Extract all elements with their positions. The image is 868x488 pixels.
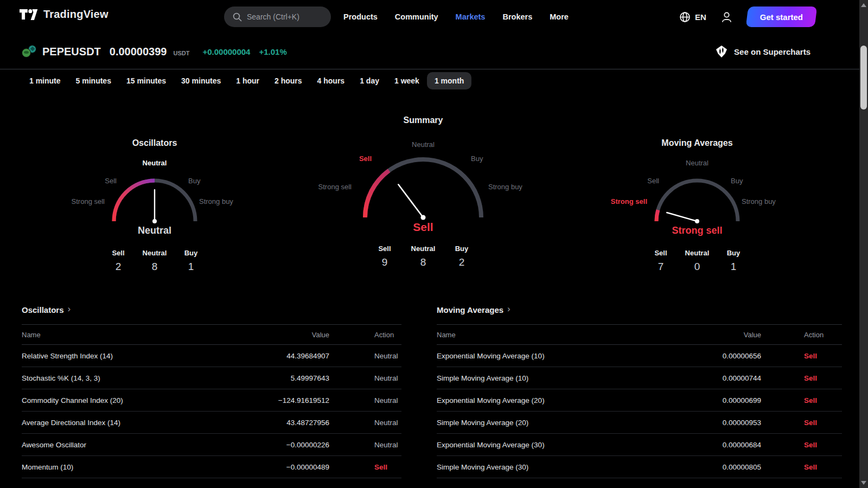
pepeusdt-coin-icon — [22, 45, 37, 58]
scrollbar-up-arrow[interactable] — [861, 3, 866, 7]
chevron-right-icon: › — [68, 304, 71, 314]
tab-2-hours[interactable]: 2 hours — [267, 72, 310, 89]
table-row: Relative Strength Index (14)44.39684907N… — [22, 345, 401, 367]
scale-neutral: Neutral — [610, 159, 784, 167]
table-row: Exponential Moving Average (30)0.0000068… — [437, 434, 842, 456]
symbol-currency: USDT — [173, 50, 189, 56]
symbol-price: 0.00000399 — [110, 46, 167, 58]
table-row: Momentum (10)−0.00000489Sell — [22, 456, 401, 478]
count-neutral-value: 0 — [679, 261, 716, 273]
chevron-right-icon: › — [507, 304, 510, 314]
table-row: Simple Moving Average (20)0.00000953Sell — [437, 412, 842, 434]
summary-result: Sell — [315, 221, 532, 234]
supercharts-icon — [714, 45, 729, 58]
count-sell-value: 9 — [366, 256, 404, 268]
tab-1-minute[interactable]: 1 minute — [22, 72, 68, 89]
interval-tabs: 1 minute 5 minutes 15 minutes 30 minutes… — [22, 72, 471, 89]
count-neutral-value: 8 — [137, 261, 173, 273]
tab-4-hours[interactable]: 4 hours — [310, 72, 353, 89]
gauge-needle — [667, 213, 697, 221]
tab-1-month[interactable]: 1 month — [427, 72, 471, 89]
nav-link-products[interactable]: Products — [343, 12, 378, 21]
technical-analysis-page: TradingView Search (Ctrl+K) Products Com… — [0, 0, 868, 488]
header-action: Action — [329, 331, 401, 339]
logo-text: TradingView — [43, 8, 108, 21]
search-icon — [233, 12, 242, 22]
nav-link-more[interactable]: More — [550, 12, 569, 21]
price-change-abs: +0.00000004 — [202, 47, 250, 56]
scale-buy: Buy — [188, 177, 200, 185]
oscillators-table-title[interactable]: Oscillators › — [22, 304, 401, 316]
symbol-name[interactable]: PEPEUSDT — [42, 46, 101, 58]
get-started-button[interactable]: Get started — [747, 7, 816, 27]
count-sell-value: 7 — [643, 261, 679, 273]
summary-counts: Sell9 Neutral8 Buy2 — [366, 245, 481, 268]
nav-link-brokers[interactable]: Brokers — [502, 12, 532, 21]
header-value: Value — [669, 331, 761, 339]
locale-label: EN — [695, 12, 706, 22]
table-row: Simple Moving Average (10)0.00000744Sell — [437, 367, 842, 389]
tradingview-logo[interactable]: TradingView — [20, 8, 108, 21]
user-icon — [720, 11, 733, 23]
count-buy-label: Buy — [173, 249, 209, 257]
oscillators-counts: Sell2 Neutral8 Buy1 — [100, 249, 209, 273]
count-sell-label: Sell — [100, 249, 137, 257]
tab-15-minutes[interactable]: 15 minutes — [119, 72, 174, 89]
page-scrollbar[interactable] — [859, 0, 868, 488]
table-row: Exponential Moving Average (10)0.0000065… — [437, 345, 842, 367]
user-menu-button[interactable] — [720, 11, 733, 23]
scale-strong-buy: Strong buy — [742, 197, 776, 206]
gauge-needle — [398, 184, 423, 217]
price-change-pct: +1.01% — [259, 47, 286, 56]
table-row: Stochastic %K (14, 3, 3)5.49997643Neutra… — [22, 367, 401, 389]
nav-link-markets[interactable]: Markets — [456, 12, 486, 21]
search-input[interactable]: Search (Ctrl+K) — [224, 7, 331, 27]
symbol-info: PEPEUSDT 0.00000399 USDT +0.00000004 +1.… — [22, 34, 287, 69]
moving-averages-gauge-title: Moving Averages — [661, 138, 732, 148]
count-sell-label: Sell — [366, 245, 404, 253]
scale-sell: Sell — [359, 155, 372, 163]
count-neutral-label: Neutral — [137, 249, 173, 257]
moving-averages-gauge-dial — [643, 163, 751, 225]
scale-strong-sell: Strong sell — [72, 197, 105, 206]
scrollbar-thumb[interactable] — [860, 46, 867, 110]
header-action: Action — [761, 331, 842, 339]
tab-30-minutes[interactable]: 30 minutes — [174, 72, 228, 89]
moving-averages-table: Moving Averages › Name Value Action Expo… — [437, 304, 842, 478]
scale-buy: Buy — [471, 155, 483, 163]
oscillators-gauge: Oscillators Neutral Sell Buy Strong sell… — [68, 138, 241, 273]
see-on-supercharts-link[interactable]: See on Supercharts — [714, 34, 810, 69]
count-neutral-label: Neutral — [404, 245, 443, 253]
header-name: Name — [437, 331, 669, 339]
table-row: Simple Moving Average (30)0.00000805Sell — [437, 456, 842, 478]
count-buy-value: 1 — [173, 261, 209, 273]
scale-neutral: Neutral — [68, 159, 241, 167]
table-header: Name Value Action — [22, 324, 401, 345]
table-row: Exponential Moving Average (20)0.0000069… — [437, 389, 842, 412]
scale-strong-sell: Strong sell — [318, 183, 352, 191]
count-buy-label: Buy — [716, 249, 752, 257]
scale-strong-buy: Strong buy — [488, 183, 522, 191]
scrollbar-down-arrow[interactable] — [861, 481, 866, 485]
tab-1-hour[interactable]: 1 hour — [228, 72, 267, 89]
count-neutral-value: 8 — [404, 256, 443, 268]
scale-neutral: Neutral — [315, 140, 532, 149]
summary-gauge: Summary Neutral Sell Buy Strong sell Str… — [315, 115, 532, 268]
symbol-header: PEPEUSDT 0.00000399 USDT +0.00000004 +1.… — [0, 34, 859, 69]
scale-sell: Sell — [647, 177, 659, 185]
moving-averages-gauge: Moving Averages Neutral Sell Buy Strong … — [610, 138, 784, 273]
tab-5-minutes[interactable]: 5 minutes — [68, 72, 119, 89]
moving-averages-table-title[interactable]: Moving Averages › — [437, 304, 842, 316]
tab-1-day[interactable]: 1 day — [352, 72, 387, 89]
oscillators-result: Neutral — [68, 225, 241, 236]
oscillators-table: Oscillators › Name Value Action Relative… — [22, 304, 401, 478]
tab-1-week[interactable]: 1 week — [387, 72, 427, 89]
count-neutral-label: Neutral — [679, 249, 716, 257]
count-sell-label: Sell — [643, 249, 679, 257]
nav-link-community[interactable]: Community — [395, 12, 438, 21]
count-sell-value: 2 — [100, 261, 137, 273]
table-header: Name Value Action — [437, 324, 842, 345]
moving-averages-counts: Sell7 Neutral0 Buy1 — [643, 249, 752, 273]
tradingview-logo-icon — [20, 9, 38, 21]
language-selector[interactable]: EN — [679, 11, 706, 23]
